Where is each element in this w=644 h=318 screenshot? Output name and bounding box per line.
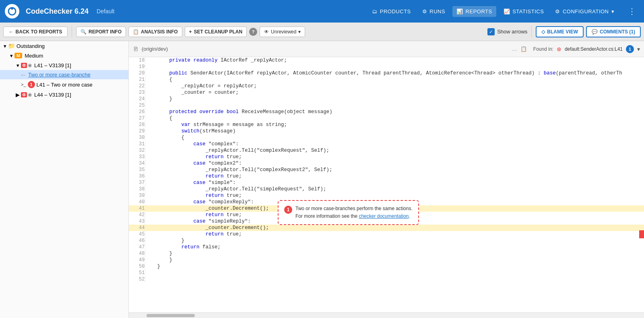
code-panel: 🖹 (origin/dev) … 📋 Found in: ⊗ default:S… [129,41,644,318]
table-row: 23 _counter = counter; [129,89,644,96]
line-code: _replyActor = replyActor; [145,83,644,89]
sidebar-l41-report[interactable]: ▾ ⚙ ◉ L41 – V3139 [1] [0,60,128,70]
line-number: 44 [129,225,145,231]
table-row: 27 { [129,115,644,122]
blame-icon: ◇ [541,29,545,35]
line-number: 37 [129,180,145,186]
table-row: 20 public SenderActor(IActorRef replyAct… [129,70,644,76]
found-in-chevron-button[interactable]: ▾ [637,46,640,52]
table-row: 32 _replyActor.Tell("complexRequest", Se… [129,147,644,154]
app-title: CodeChecker 6.24 [26,7,89,16]
line-code: _replyActor.Tell("complexRequest2", Self… [145,167,644,173]
separator-2 [531,26,532,37]
l41-toggle-icon[interactable]: ▾ [14,62,21,68]
line-code: } [145,237,644,244]
nav-configuration[interactable]: ⚙ CONFIGURATION ▾ [551,6,618,17]
line-number: 28 [129,122,145,128]
table-row: 35 _replyActor.Tell("complexRequest2", S… [129,167,644,173]
analysis-info-button[interactable]: 📋 ANALYSIS INFO [128,27,182,37]
nav-statistics[interactable]: 📈 STATISTICS [500,6,548,17]
blame-view-button[interactable]: ◇ BLAME VIEW [536,26,584,37]
line-code: public SenderActor(IActorRef replyActor,… [145,70,644,76]
topbar: CodeChecker 6.24 Default 🗂 PRODUCTS ⚙ RU… [0,0,644,23]
step-icon: >_ [21,82,26,87]
l44-label: L44 – V3139 [1] [34,92,125,98]
line-number: 32 [129,147,145,154]
code-content[interactable]: 18 private readonly IActorRef _replyActo… [129,57,644,312]
code-file-icon: 🖹 [133,46,138,52]
line-number: 47 [129,244,145,250]
sidebar-description-item[interactable]: ··· Two or more case-branche [0,70,128,79]
table-row: 39 return true; [129,192,644,199]
line-number: 27 [129,115,145,122]
line-number: 41 [129,205,145,212]
comments-button[interactable]: 💬 COMMENTS (1) [586,26,641,37]
ellipsis: … [512,46,517,52]
top-nav: 🗂 PRODUCTS ⚙ RUNS 📊 REPORTS 📈 STATISTICS… [368,6,618,17]
line-number: 22 [129,83,145,89]
svg-point-2 [11,7,13,10]
horizontal-scrollbar[interactable] [129,312,644,318]
line-code: { [145,76,644,83]
line-number: 45 [129,231,145,237]
show-arrows-checkbox[interactable]: ✓ [487,28,495,35]
code-table: 18 private readonly IActorRef _replyActo… [129,57,644,283]
nav-reports[interactable]: 📊 REPORTS [452,6,496,17]
table-row: 33 return true; [129,154,644,160]
show-arrows-container: ✓ Show arrows [487,28,527,35]
nav-products[interactable]: 🗂 PRODUCTS [368,6,415,17]
line-number: 29 [129,128,145,134]
line-number: 43 [129,218,145,225]
app-logo[interactable] [5,4,19,19]
sidebar: ▾ 📁 Outstanding ▾ M Medium ▾ ⚙ ◉ L41 – V… [0,41,129,318]
table-row: 22 _replyActor = replyActor; [129,83,644,89]
line-code: return true; [145,231,644,237]
line-number: 42 [129,212,145,218]
set-cleanup-plan-button[interactable]: + SET CLEANUP PLAN [185,27,247,37]
status-select[interactable]: 👁 Unreviewed ▾ [260,27,305,37]
medium-toggle-icon[interactable]: ▾ [8,52,14,59]
back-arrow-icon: ← [9,29,14,35]
line-code: switch(strMessage) [145,128,644,134]
table-row: 48 } [129,250,644,257]
line-code: var strMessage = message as string; [145,122,644,128]
file-path: (origin/dev) [142,46,168,52]
step-label: L41 – Two or more case [37,82,125,88]
help-icon[interactable]: ? [249,28,257,36]
table-row: 18 private readonly IActorRef _replyActo… [129,57,644,64]
outstanding-toggle-icon[interactable]: ▾ [2,43,8,49]
configuration-chevron-icon: ▾ [611,8,615,14]
l44-bug-icon: ⚙ [21,92,27,97]
separator-1 [72,26,72,37]
line-number: 35 [129,167,145,173]
line-code: case "complex2": [145,160,644,167]
sidebar-medium-severity[interactable]: ▾ M Medium [0,51,128,60]
table-row: 28 var strMessage = message as string; [129,122,644,128]
line-number: 46 [129,237,145,244]
line-code: return true; [145,173,644,180]
products-icon: 🗂 [372,8,378,14]
table-row: 24 } [129,96,644,102]
l44-suppress-icon: ◉ [28,92,32,97]
table-row: 45 return true; [129,231,644,237]
sidebar-l44-report[interactable]: ▶ ⚙ ◉ L44 – V3139 [1] [0,90,128,99]
nav-runs[interactable]: ⚙ RUNS [418,6,449,17]
line-code: _replyActor.Tell("complexRequest", Self)… [145,147,644,154]
report-info-button[interactable]: 🔍 REPORT INFO [76,27,126,37]
more-menu-icon[interactable]: ⋮ [625,5,639,18]
line-number: 25 [129,102,145,109]
line-number: 33 [129,154,145,160]
sidebar-outstanding-group[interactable]: ▾ 📁 Outstanding [0,41,128,51]
back-to-reports-button[interactable]: ← BACK TO REPORTS [3,27,68,37]
l44-toggle-icon[interactable]: ▶ [14,91,21,98]
status-chevron-icon: ▾ [298,29,301,35]
checker-doc-link[interactable]: checker documentation [359,213,409,219]
found-in-badge: 1 [626,45,634,53]
line-number: 24 [129,96,145,102]
line-code: return false; [145,244,644,250]
show-arrows-label: Show arrows [497,29,527,35]
table-row: 47 return false; [129,244,644,250]
line-number: 50 [129,263,145,270]
sidebar-step-item[interactable]: >_ 1 L41 – Two or more case [0,79,128,90]
copy-icon[interactable]: 📋 [520,46,527,52]
